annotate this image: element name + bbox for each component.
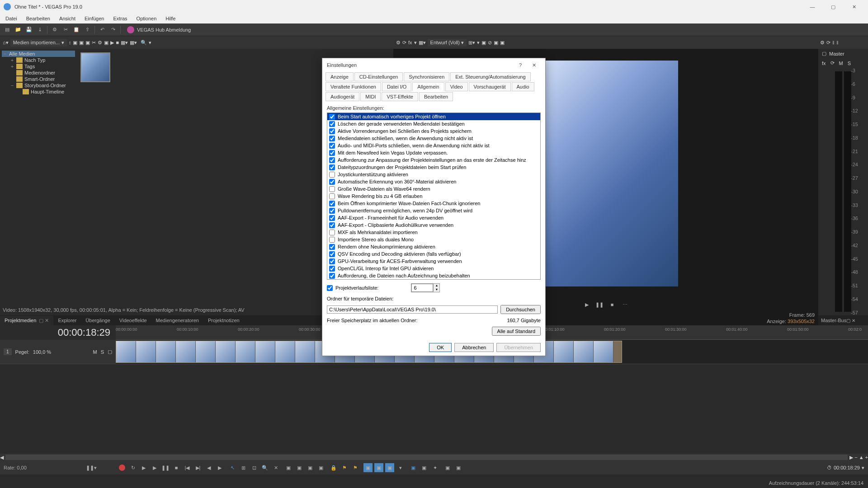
option-checkbox[interactable] [329, 114, 335, 120]
option-row[interactable]: Audio- und MIDI-Ports schließen, wenn di… [327, 142, 540, 149]
zoom-icon[interactable]: 🔍 [260, 463, 269, 472]
quality-dropdown[interactable]: Entwurf (Voll) ▾ [428, 39, 467, 47]
tool-icon[interactable]: ⊡ [250, 463, 259, 472]
tool-icon[interactable]: ▣ [306, 463, 315, 472]
option-checkbox[interactable] [329, 237, 335, 243]
tool-icon[interactable]: ▣ [79, 40, 84, 46]
play-icon[interactable]: ▶ [110, 40, 114, 46]
tool-icon[interactable]: ▣ [316, 463, 326, 472]
open-icon[interactable]: 📁 [14, 25, 23, 34]
close-button[interactable]: ✕ [527, 58, 541, 72]
dialog-tab[interactable]: MIDI [360, 92, 381, 101]
option-row[interactable]: Joystickunterstützung aktivieren [327, 171, 540, 178]
tool-icon[interactable]: ▣ [481, 40, 486, 46]
undo-icon[interactable]: ↶ [98, 25, 107, 34]
option-checkbox[interactable] [329, 201, 335, 206]
menu-hilfe[interactable]: Hilfe [162, 15, 179, 22]
option-checkbox[interactable] [329, 172, 335, 178]
menu-bearbeiten[interactable]: Bearbeiten [23, 15, 54, 22]
tool-icon[interactable]: ▣ [494, 40, 498, 46]
option-row[interactable]: Pulldownentfernung ermöglichen, wenn 24p… [327, 207, 540, 214]
play-start-icon[interactable]: ▶ [139, 463, 148, 472]
tool-icon[interactable]: ▣ [363, 463, 373, 472]
next-frame-icon[interactable]: ▶ [215, 463, 224, 472]
tool-icon[interactable]: ▣ [409, 463, 418, 472]
tab-explorer[interactable]: Explorer [53, 316, 81, 325]
marker-icon[interactable]: ⚑ [340, 463, 349, 472]
redo-icon[interactable]: ↷ [108, 25, 118, 34]
dialog-tab[interactable]: Bearbeiten [419, 92, 453, 101]
tool-icon[interactable]: ❚❚▾ [87, 463, 96, 472]
option-checkbox[interactable] [329, 244, 335, 250]
option-row[interactable]: Löschen der gerade verwendeten Mediendat… [327, 120, 540, 127]
option-row[interactable]: Aktive Vorrenderungen bei Schließen des … [327, 127, 540, 135]
option-checkbox[interactable] [329, 222, 335, 228]
option-row[interactable]: Automatische Erkennung von 360°-Material… [327, 178, 540, 185]
option-checkbox[interactable] [329, 193, 335, 199]
menu-datei[interactable]: Datei [2, 15, 21, 22]
temp-path-input[interactable] [327, 305, 498, 314]
tool-icon[interactable]: ⟳ [402, 40, 406, 46]
tool-icon[interactable]: ▣ [500, 40, 505, 46]
tree-item[interactable]: Smart-Ordner [2, 76, 75, 82]
dialog-tab[interactable]: Anzeige [326, 72, 354, 81]
pause-icon[interactable]: ❚❚ [161, 463, 170, 472]
tree-item[interactable]: +Nach Typ [2, 57, 75, 63]
option-row[interactable]: Mit dem Newsfeed kein Vegas Update verpa… [327, 149, 540, 156]
option-row[interactable]: Aufforderung zur Anpassung der Projektei… [327, 156, 540, 164]
option-row[interactable]: Beim Start automatisch vorheriges Projek… [327, 113, 540, 120]
menu-ansicht[interactable]: Ansicht [56, 15, 79, 22]
new-icon[interactable]: ▤ [3, 25, 12, 34]
track-header[interactable]: 1 Pegel: 100,0 % MS ▢ [0, 340, 116, 364]
tool-icon[interactable]: ▣ [374, 463, 383, 472]
dialog-tab[interactable]: CD-Einstellungen [354, 72, 403, 81]
tool-icon[interactable]: ⦀ [832, 40, 835, 46]
spin-down[interactable]: ▼ [433, 288, 439, 292]
option-checkbox[interactable] [329, 251, 335, 257]
tool-icon[interactable]: ▣ [73, 40, 77, 46]
option-checkbox[interactable] [329, 208, 335, 214]
tab-projektmedien[interactable]: Projektmedien▢ ✕ [0, 316, 53, 325]
apply-button[interactable]: Übernehmen [496, 343, 541, 352]
tool-icon[interactable]: ▣ [85, 40, 90, 46]
lock-icon[interactable]: 🔒 [329, 463, 338, 472]
cursor-icon[interactable]: ↖ [228, 463, 237, 472]
properties-icon[interactable]: ⚙ [50, 25, 59, 34]
pause-icon[interactable]: ❚❚ [595, 300, 604, 309]
option-row[interactable]: GPU-Verarbeitung für ACES-Farbverwaltung… [327, 258, 540, 265]
settings-icon[interactable]: ⚙ [820, 40, 825, 46]
close-button[interactable]: ✕ [844, 0, 864, 14]
option-row[interactable]: Aufforderung, die Dateien nach Aufzeichn… [327, 272, 540, 279]
tool-icon[interactable]: ⊞ [239, 463, 248, 472]
tool-icon[interactable]: ▾ [477, 40, 480, 46]
menu-optionen[interactable]: Optionen [133, 15, 160, 22]
history-checkbox[interactable] [327, 285, 333, 291]
render-icon[interactable]: ⤓ [35, 25, 44, 34]
option-checkbox[interactable] [329, 266, 335, 272]
dialog-tab[interactable]: Audio [512, 82, 534, 91]
tool-icon[interactable]: ✦ [430, 463, 439, 472]
option-row[interactable]: Beim Öffnen komprimierter Wave-Dateien F… [327, 200, 540, 207]
option-checkbox[interactable] [329, 136, 335, 141]
tree-root[interactable]: −Alle Medien [2, 51, 75, 57]
chevron-down-icon[interactable]: ▾ [149, 40, 151, 46]
option-checkbox[interactable] [329, 230, 335, 235]
tool-icon[interactable]: ⟳ [826, 40, 830, 46]
play-icon[interactable]: ▶ [582, 300, 591, 309]
tab-master-bus[interactable]: Master-Bus [821, 318, 846, 323]
option-checkbox[interactable] [329, 186, 335, 192]
tab-uebergaenge[interactable]: Übergänge [81, 316, 114, 325]
help-button[interactable]: ? [514, 58, 527, 72]
grid-icon[interactable]: ⊞▾ [468, 40, 475, 46]
reset-button[interactable]: Alle auf Standard [492, 327, 541, 336]
option-checkbox[interactable] [329, 121, 335, 127]
tab-projektnotizen[interactable]: Projektnotizen [203, 316, 244, 325]
tool-icon[interactable]: ▾ [396, 463, 405, 472]
option-row[interactable]: QSV Encoding und Decoding aktivieren (fa… [327, 250, 540, 258]
tool-icon[interactable]: ▣ [420, 463, 429, 472]
spin-up[interactable]: ▲ [433, 284, 439, 288]
option-checkbox[interactable] [329, 164, 335, 170]
save-icon[interactable]: 💾 [24, 25, 33, 34]
tool-icon[interactable]: ▣ [295, 463, 304, 472]
cut-icon[interactable]: ✂ [61, 25, 70, 34]
